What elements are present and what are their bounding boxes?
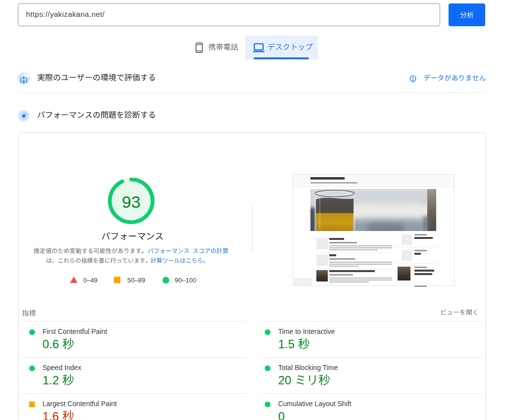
svg-text:93: 93 [122, 192, 141, 211]
svg-text:Speed Index: Speed Index [43, 364, 82, 372]
svg-text:https://yakizakana.net/: https://yakizakana.net/ [26, 10, 105, 18]
svg-text:90–100: 90–100 [175, 277, 196, 284]
svg-text:Largest Contentful Paint: Largest Contentful Paint [43, 400, 117, 408]
svg-text:20: 20 [278, 373, 292, 387]
svg-text:0–49: 0–49 [83, 277, 98, 284]
svg-text:Time to Interactive: Time to Interactive [278, 327, 335, 335]
svg-text:Cumulative Layout Shift: Cumulative Layout Shift [278, 400, 352, 408]
svg-text:0.6: 0.6 [43, 337, 59, 351]
svg-text:1.6: 1.6 [43, 410, 59, 420]
svg-text:First Contentful Paint: First Contentful Paint [43, 327, 107, 335]
svg-text:50–89: 50–89 [127, 277, 145, 284]
svg-text:1.5: 1.5 [278, 337, 295, 351]
svg-text:Total Blocking Time: Total Blocking Time [278, 364, 338, 372]
svg-text:0: 0 [278, 410, 285, 420]
svg-text:1.2: 1.2 [43, 373, 59, 387]
